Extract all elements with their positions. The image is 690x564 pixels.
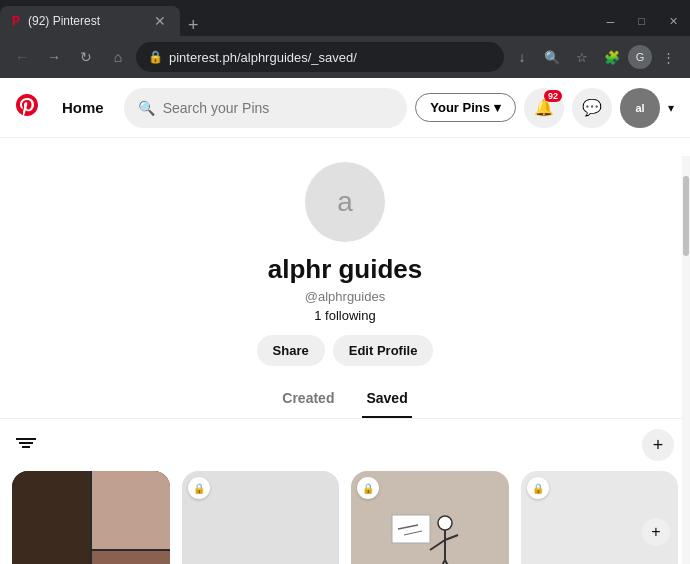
menu-button[interactable]: ⋮ <box>654 43 682 71</box>
lock-icon-game: 🔒 <box>357 477 379 499</box>
tab-saved[interactable]: Saved <box>362 382 411 418</box>
message-icon: 💬 <box>582 98 602 117</box>
avatar-text: al <box>635 102 644 114</box>
tab-close-button[interactable]: ✕ <box>152 13 168 29</box>
url-text: pinterest.ph/alphrguides/_saved/ <box>169 50 492 65</box>
board-game2[interactable]: 🔒 Game2 <box>182 471 340 564</box>
tab-title-text: (92) Pinterest <box>28 14 144 28</box>
search-web-button[interactable]: 🔍 <box>538 43 566 71</box>
profile-button[interactable]: G <box>628 45 652 69</box>
boards-toolbar: + <box>0 419 690 471</box>
search-input[interactable] <box>163 100 394 116</box>
back-button[interactable]: ← <box>8 43 36 71</box>
notification-badge: 92 <box>544 90 562 102</box>
star-button[interactable]: ☆ <box>568 43 596 71</box>
account-chevron-icon[interactable]: ▾ <box>668 101 674 115</box>
tab-favicon: P <box>12 14 20 28</box>
search-bar[interactable]: 🔍 <box>124 88 408 128</box>
svg-point-4 <box>438 516 452 530</box>
notification-button[interactable]: 🔔 92 <box>524 88 564 128</box>
add-pin-button[interactable]: + <box>642 518 670 546</box>
puzzle-button[interactable]: 🧩 <box>598 43 626 71</box>
refresh-button[interactable]: ↻ <box>72 43 100 71</box>
person-drawing <box>390 505 470 564</box>
browser-chrome: P (92) Pinterest ✕ + – □ ✕ ← → ↻ ⌂ 🔒 pin… <box>0 0 690 78</box>
board-all-pins[interactable]: All Pins <box>12 471 170 564</box>
chevron-down-icon: ▾ <box>494 100 501 115</box>
profile-section: a alphr guides @alphrguides 1 following … <box>0 138 690 382</box>
boards-grid: All Pins 🔒 Game2 🔒 <box>0 471 690 564</box>
lock-icon-games: 🔒 <box>527 477 549 499</box>
tabs-section: Created Saved <box>0 382 690 419</box>
edit-profile-button[interactable]: Edit Profile <box>333 335 434 366</box>
board-games[interactable]: 🔒 + ? games <box>521 471 679 564</box>
profile-following: 1 following <box>314 308 375 323</box>
filter-icon[interactable] <box>16 435 36 455</box>
lock-icon: 🔒 <box>148 50 163 64</box>
maximize-button[interactable]: □ <box>626 6 657 36</box>
message-button[interactable]: 💬 <box>572 88 612 128</box>
tab-created[interactable]: Created <box>278 382 338 418</box>
forward-button[interactable]: → <box>40 43 68 71</box>
window-controls: – □ ✕ <box>587 6 690 36</box>
pinterest-header: Home 🔍 Your Pins ▾ 🔔 92 💬 al ▾ <box>0 78 690 138</box>
board-game[interactable]: 🔒 ✏ Game <box>351 471 509 564</box>
pinterest-logo <box>16 94 38 122</box>
search-icon: 🔍 <box>138 100 155 116</box>
profile-name: alphr guides <box>268 254 423 285</box>
home-nav-button[interactable]: ⌂ <box>104 43 132 71</box>
main-content: Home 🔍 Your Pins ▾ 🔔 92 💬 al ▾ a <box>0 78 690 564</box>
avatar-button[interactable]: al <box>620 88 660 128</box>
profile-avatar: a <box>305 162 385 242</box>
home-link[interactable]: Home <box>50 91 116 124</box>
lock-icon-game2: 🔒 <box>188 477 210 499</box>
active-tab[interactable]: P (92) Pinterest ✕ <box>0 6 180 36</box>
address-bar[interactable]: 🔒 pinterest.ph/alphrguides/_saved/ <box>136 42 504 72</box>
your-pins-button[interactable]: Your Pins ▾ <box>415 93 516 122</box>
scrollbar[interactable] <box>682 156 690 564</box>
download-button[interactable]: ↓ <box>508 43 536 71</box>
profile-buttons: Share Edit Profile <box>257 335 434 366</box>
scrollbar-thumb[interactable] <box>683 176 689 256</box>
profile-handle: @alphrguides <box>305 289 385 304</box>
share-button[interactable]: Share <box>257 335 325 366</box>
nav-bar: ← → ↻ ⌂ 🔒 pinterest.ph/alphrguides/_save… <box>0 36 690 78</box>
avatar-letter: a <box>337 186 353 218</box>
new-tab-button[interactable]: + <box>180 15 207 36</box>
tab-bar: P (92) Pinterest ✕ + – □ ✕ <box>0 0 690 36</box>
close-button[interactable]: ✕ <box>657 6 690 36</box>
minimize-button[interactable]: – <box>595 6 627 36</box>
nav-right-buttons: ↓ 🔍 ☆ 🧩 G ⋮ <box>508 43 682 71</box>
svg-rect-10 <box>392 515 430 543</box>
add-board-button[interactable]: + <box>642 429 674 461</box>
header-right: Your Pins ▾ 🔔 92 💬 al ▾ <box>415 88 674 128</box>
